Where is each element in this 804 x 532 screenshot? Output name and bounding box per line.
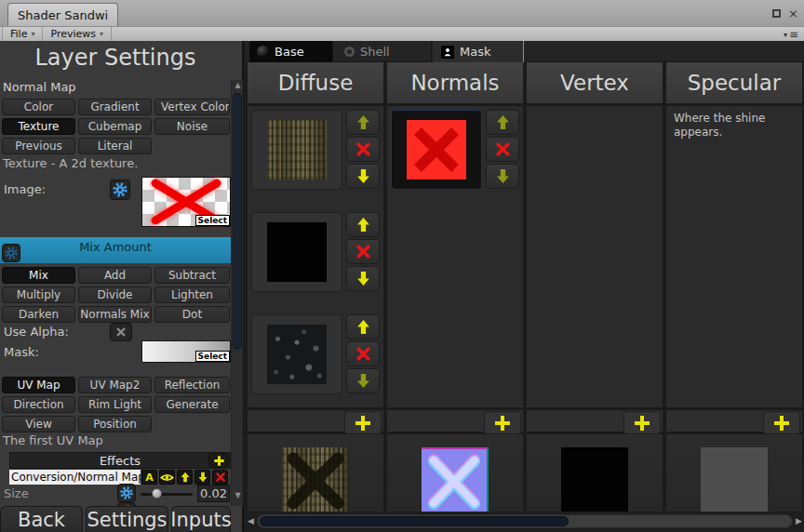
menu-file[interactable]: File ▾ (2, 27, 43, 42)
layer-thumbnail[interactable] (251, 212, 342, 292)
use-alpha-checkbox[interactable] (110, 323, 132, 341)
size-slider-track[interactable] (141, 493, 193, 496)
move-layer-down-button[interactable] (346, 164, 380, 189)
type-button-noise[interactable]: Noise (154, 118, 230, 135)
blend-button-add[interactable]: Add (78, 267, 152, 284)
add-effect-button[interactable] (208, 453, 229, 468)
scroll-left-icon[interactable]: ◀ (248, 516, 254, 525)
size-value[interactable]: 0.02 (197, 485, 230, 502)
blend-button-mix[interactable]: Mix (2, 267, 75, 284)
window-tab[interactable]: Shader Sandwi (7, 3, 118, 26)
up-arrow-icon (495, 114, 511, 130)
image-select-button[interactable]: Select (195, 215, 230, 226)
image-settings-button[interactable] (110, 180, 130, 200)
effect-visibility-button[interactable] (159, 470, 175, 485)
uv-button-direction[interactable]: Direction (2, 396, 75, 413)
scroll-down-icon[interactable]: ▼ (232, 491, 244, 499)
x-delete-icon (355, 346, 371, 362)
move-layer-up-button[interactable] (346, 314, 380, 339)
effect-name-field[interactable]: Conversion/Normal Map (9, 470, 141, 485)
tab-base[interactable]: Base (249, 41, 333, 62)
blend-button-dot[interactable]: Dot (154, 306, 230, 323)
type-button-gradient[interactable]: Gradient (78, 99, 152, 115)
uv-button-uv-map[interactable]: UV Map (2, 377, 75, 393)
size-slider-handle[interactable] (152, 488, 162, 499)
scrollbar-track[interactable] (257, 514, 793, 528)
tab-settings[interactable]: Settings (86, 506, 168, 532)
scrollbar-thumb[interactable] (233, 93, 242, 350)
close-icon[interactable]: × (788, 8, 798, 19)
move-layer-up-button[interactable] (486, 110, 519, 135)
type-button-cubemap[interactable]: Cubemap (78, 118, 152, 135)
layer-thumbnail[interactable] (251, 314, 342, 394)
type-button-vertex-color[interactable]: Vertex Color (154, 99, 230, 115)
move-layer-down-button[interactable] (486, 164, 519, 189)
type-button-literal[interactable]: Literal (78, 138, 152, 154)
delete-layer-button[interactable] (346, 341, 380, 366)
add-layer-button[interactable] (623, 411, 661, 434)
delete-layer-button[interactable] (486, 137, 519, 162)
menu-file-label: File (10, 28, 27, 40)
delete-layer-button[interactable] (346, 239, 380, 264)
effect-move-up-button[interactable] (177, 470, 193, 485)
scroll-up-icon[interactable]: ▲ (232, 81, 244, 89)
mix-amount-bar[interactable]: Mix Amount (0, 237, 231, 263)
blend-button-normals-mix[interactable]: Normals Mix (78, 306, 152, 323)
add-layer-button[interactable] (344, 411, 382, 434)
uv-button-reflection[interactable]: Reflection (154, 377, 230, 393)
effect-move-down-button[interactable] (194, 470, 210, 485)
blend-button-darken[interactable]: Darken (2, 306, 75, 323)
layer-thumbnail[interactable] (251, 110, 342, 190)
size-settings-button[interactable] (117, 484, 136, 502)
channels-scrollbar[interactable]: ◀ ▶ (246, 512, 804, 532)
blend-button-lighten[interactable]: Lighten (154, 286, 230, 303)
panel-scrollbar[interactable]: ▲ ▼ (231, 80, 243, 506)
uv-button-uv-map2[interactable]: UV Map2 (78, 377, 152, 393)
move-layer-up-button[interactable] (346, 110, 380, 135)
add-layer-button[interactable] (763, 411, 800, 434)
scrollbar-thumb[interactable] (260, 516, 569, 526)
column-diffuse-header[interactable]: Diffuse (248, 62, 383, 106)
type-button-color[interactable]: Color (2, 99, 75, 115)
x-delete-icon (355, 141, 371, 157)
effect-delete-button[interactable] (212, 470, 228, 485)
add-layer-row (666, 407, 802, 434)
move-layer-down-button[interactable] (346, 266, 380, 291)
uv-button-view[interactable]: View (2, 416, 75, 432)
layer-map-name: Normal Map (3, 80, 76, 94)
image-preview[interactable]: Select (141, 177, 231, 227)
effect-auto-button[interactable]: A (141, 470, 157, 485)
uv-button-position[interactable]: Position (78, 416, 152, 432)
column-vertex-header[interactable]: Vertex (527, 62, 663, 106)
blend-button-multiply[interactable]: Multiply (2, 286, 75, 303)
mask-select-button[interactable]: Select (195, 351, 230, 362)
menu-previews[interactable]: Previews ▾ (43, 27, 112, 42)
add-layer-button[interactable] (484, 411, 521, 434)
column-normals-header[interactable]: Normals (387, 62, 523, 106)
move-layer-up-button[interactable] (346, 212, 380, 237)
type-description: Texture - A 2d texture. (3, 156, 138, 170)
move-layer-down-button[interactable] (346, 368, 380, 393)
down-arrow-icon (197, 472, 208, 483)
pane-options[interactable]: ▾ ≡ (784, 27, 798, 42)
uv-button-generate[interactable]: Generate (154, 396, 230, 413)
mix-amount-settings-button[interactable] (2, 244, 20, 262)
tab-inputs[interactable]: Inputs (171, 506, 231, 532)
column-specular-body: Where the shine appears. (666, 106, 802, 407)
type-button-previous[interactable]: Previous (2, 138, 75, 154)
blend-button-divide[interactable]: Divide (78, 286, 152, 303)
maximize-icon[interactable] (772, 9, 781, 18)
blend-button-subtract[interactable]: Subtract (154, 267, 230, 284)
tab-mask[interactable]: Mask (434, 41, 524, 62)
tab-back[interactable]: Back (0, 506, 83, 532)
type-button-texture[interactable]: Texture (2, 118, 75, 135)
layer-thumbnail[interactable] (391, 110, 482, 190)
uv-button-rim-light[interactable]: Rim Light (78, 396, 152, 413)
scroll-right-icon[interactable]: ▶ (796, 516, 802, 525)
mask-preview[interactable]: Select (141, 340, 231, 363)
column-specular-header[interactable]: Specular (666, 62, 802, 106)
plus-icon (354, 414, 372, 432)
column-diffuse: Diffuse (248, 62, 383, 532)
delete-layer-button[interactable] (346, 137, 380, 162)
tab-shell[interactable]: Shell (337, 41, 432, 62)
